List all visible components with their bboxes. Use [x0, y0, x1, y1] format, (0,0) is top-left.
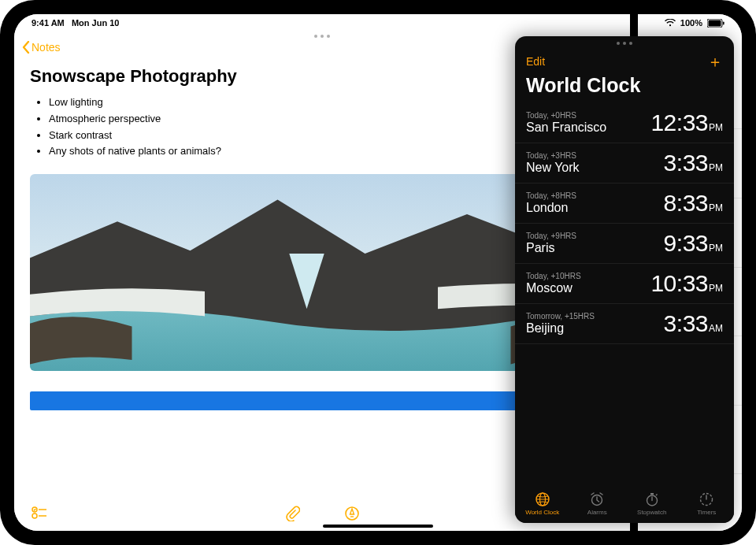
clock-row[interactable]: Tomorrow, +15HRSBeijing3:33AM	[515, 304, 734, 344]
notes-back-label: Notes	[32, 41, 61, 54]
home-indicator[interactable]	[323, 525, 433, 528]
screen: 9:41 AM Mon Jun 10 100% Notes	[14, 14, 742, 531]
clock-row[interactable]: Today, +9HRSParis9:33PM	[515, 224, 734, 264]
clock-title: World Clock	[515, 72, 734, 103]
clock-row[interactable]: Today, +0HRSSan Francisco12:33PM	[515, 103, 734, 143]
alarm-icon	[589, 491, 605, 507]
notes-back-button[interactable]: Notes	[22, 41, 61, 54]
tab-stopwatch[interactable]: Stopwatch	[624, 484, 680, 523]
tab-timers[interactable]: Timers	[680, 484, 735, 523]
tab-world-clock[interactable]: World Clock	[515, 484, 570, 523]
clock-tabbar: World Clock Alarms Stopwatch Timers	[515, 484, 734, 523]
edit-button[interactable]: Edit	[526, 55, 545, 68]
checklist-icon	[32, 506, 47, 521]
slideover-grab[interactable]	[515, 36, 734, 50]
add-clock-button[interactable]: ＋	[707, 51, 723, 72]
stopwatch-icon	[644, 491, 660, 507]
paperclip-icon	[284, 506, 300, 521]
ipad-bezel: 9:41 AM Mon Jun 10 100% Notes	[0, 0, 756, 545]
globe-icon	[535, 491, 550, 507]
svg-rect-21	[650, 493, 654, 495]
clock-slideover[interactable]: Edit ＋ World Clock Today, +0HRSSan Franc…	[515, 36, 734, 523]
attach-button[interactable]	[284, 506, 300, 525]
clock-row[interactable]: Today, +10HRSMoscow10:33PM	[515, 264, 734, 304]
chevron-left-icon	[22, 41, 30, 54]
clock-row[interactable]: Today, +3HRSNew York3:33PM	[515, 143, 734, 184]
timer-icon	[699, 491, 714, 507]
tab-alarms[interactable]: Alarms	[570, 484, 625, 523]
svg-line-22	[656, 494, 658, 495]
svg-point-10	[32, 513, 37, 518]
clock-row[interactable]: Today, +8HRSLondon8:33PM	[515, 184, 734, 224]
checklist-button[interactable]	[32, 506, 47, 525]
markup-button[interactable]	[344, 506, 360, 525]
multitask-pill[interactable]	[305, 35, 339, 38]
markup-icon	[344, 506, 360, 521]
clock-list[interactable]: Today, +0HRSSan Francisco12:33PM Today, …	[515, 103, 734, 484]
